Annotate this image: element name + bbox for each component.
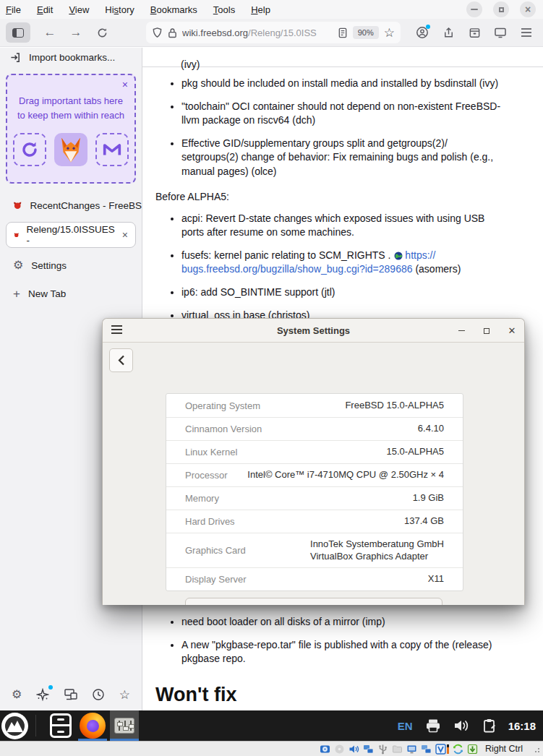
- maximize-button[interactable]: [482, 326, 492, 336]
- menu-button[interactable]: [1, 713, 28, 739]
- gmail-m-icon: [103, 142, 121, 157]
- import-bookmarks-button[interactable]: Import bookmarks...: [0, 48, 142, 67]
- promo-text: Drag important tabs here to keep them wi…: [7, 94, 134, 123]
- forward-button[interactable]: →: [65, 22, 87, 43]
- sidebar-tab-recentchanges[interactable]: RecentChanges - FreeBS: [0, 194, 142, 216]
- virtualbox-status-bar: Right Ctrl: [0, 741, 543, 756]
- notification-dot: [426, 25, 430, 29]
- sidebar-footer: ⚙ ☆: [0, 684, 142, 705]
- drag-tabs-promo-card: × Drag important tabs here to keep them …: [6, 74, 136, 184]
- usb-icon[interactable]: [377, 743, 389, 755]
- minimize-button[interactable]: [466, 1, 482, 17]
- lock-icon[interactable]: [168, 27, 177, 38]
- issues-list-top: pkg should be included on install media …: [142, 77, 543, 179]
- minimize-button[interactable]: [456, 326, 466, 336]
- optical-disc-icon[interactable]: [334, 743, 346, 755]
- sidebar-item-new-tab[interactable]: + New Tab: [0, 283, 142, 304]
- printer-icon: [425, 718, 441, 733]
- list-item: "toolchain" OCI container should not dep…: [181, 100, 527, 128]
- upload-info-button[interactable]: Upload system information: [185, 598, 442, 605]
- list-item: acpi: Revert D-state changes which expos…: [181, 212, 527, 240]
- network-icon[interactable]: [363, 743, 375, 755]
- window-controls: ✕: [456, 319, 517, 343]
- menu-icon: [1, 713, 28, 739]
- keyboard-icon[interactable]: [467, 743, 479, 755]
- url-text[interactable]: wiki.freebsd.org/Releng/15.0ISS: [182, 27, 333, 38]
- back-button[interactable]: ←: [39, 22, 61, 43]
- recording-icon[interactable]: [421, 743, 432, 755]
- menu-edit[interactable]: Edit: [37, 4, 53, 15]
- close-button[interactable]: ✕: [507, 326, 517, 336]
- maximize-button[interactable]: [493, 1, 509, 17]
- menu-history[interactable]: History: [105, 4, 134, 15]
- archive-box-icon: [469, 27, 481, 39]
- promo-close-icon[interactable]: ×: [122, 79, 128, 90]
- bookmarks-star-icon[interactable]: ☆: [119, 687, 130, 703]
- clipped-fragment: (ivy): [181, 59, 200, 70]
- table-row: ProcessorIntel© Core™ i7-4710MQ CPU @ 2.…: [166, 463, 463, 486]
- promo-tile-firefox: [54, 133, 87, 166]
- shield-icon[interactable]: [152, 27, 163, 38]
- freebsd-favicon: [14, 230, 19, 240]
- table-row: Graphics CardInnoTek Systemberatung GmbH…: [166, 533, 463, 567]
- system-settings-titlebar[interactable]: System Settings ✕: [103, 319, 524, 343]
- promo-tiles: [7, 133, 134, 166]
- menu-help[interactable]: Help: [251, 4, 270, 15]
- sidebar-icon: [12, 28, 24, 38]
- menu-tools[interactable]: Tools: [213, 4, 235, 15]
- table-row: Memory1.9 GiB: [166, 486, 463, 510]
- resize-grip[interactable]: [531, 744, 540, 753]
- tab-close-icon[interactable]: ×: [122, 229, 128, 241]
- fox-mascot-icon: [57, 134, 85, 165]
- url-bar[interactable]: wiki.freebsd.org/Releng/15.0ISS 90% ☆: [146, 22, 401, 43]
- sidebar-tab-releng-active[interactable]: Releng/15.0ISSUES - ×: [6, 222, 136, 248]
- account-button[interactable]: [411, 22, 433, 43]
- refresh-icon: [20, 140, 39, 159]
- virtualbox-icon[interactable]: [435, 743, 450, 755]
- reload-button[interactable]: [91, 22, 113, 43]
- table-row: Operating SystemFreeBSD 15.0-ALPHA5: [166, 394, 463, 417]
- back-button[interactable]: [109, 348, 133, 372]
- taskbar-firefox[interactable]: [78, 710, 107, 741]
- synced-tabs-button[interactable]: [489, 22, 511, 43]
- menu-view[interactable]: View: [69, 4, 89, 15]
- audio-icon[interactable]: [349, 743, 360, 755]
- sidebar-item-settings[interactable]: ⚙ Settings: [0, 254, 142, 276]
- promo-tile-gmail: [95, 133, 129, 166]
- shared-folder-icon[interactable]: [392, 743, 403, 755]
- extensions-button[interactable]: [463, 22, 485, 43]
- close-button[interactable]: ×: [520, 1, 536, 17]
- window-menu-button[interactable]: [111, 325, 122, 334]
- ai-sparkle-button[interactable]: [36, 688, 49, 701]
- menu-file[interactable]: File: [6, 4, 21, 15]
- mouse-integration-icon[interactable]: [453, 743, 464, 755]
- zoom-level[interactable]: 90%: [353, 26, 379, 39]
- display-icon[interactable]: [406, 743, 418, 755]
- clipboard-applet[interactable]: [482, 718, 496, 733]
- print-applet[interactable]: [425, 718, 441, 733]
- volume-applet[interactable]: [453, 718, 470, 733]
- new-tab-label: New Tab: [28, 288, 66, 299]
- import-bookmarks-label: Import bookmarks...: [29, 52, 115, 63]
- reader-mode-icon[interactable]: [338, 27, 348, 38]
- bookmark-star-icon[interactable]: ☆: [384, 25, 395, 40]
- sparkle-icon: [36, 688, 49, 701]
- clock[interactable]: 16:18: [508, 720, 536, 732]
- sidebar-toggle-button[interactable]: [6, 22, 30, 43]
- settings-gear-icon[interactable]: ⚙: [12, 689, 22, 700]
- app-menu-button[interactable]: [516, 22, 537, 43]
- external-link-globe-icon: [394, 252, 403, 260]
- history-button[interactable]: [92, 688, 105, 701]
- synced-devices-button[interactable]: [64, 688, 78, 701]
- share-button[interactable]: [437, 22, 459, 43]
- list-item: Effective GID/supplementary groups split…: [181, 137, 527, 179]
- harddisk-icon[interactable]: [320, 743, 331, 755]
- import-icon: [10, 52, 21, 63]
- taskbar-system-settings[interactable]: [110, 710, 139, 741]
- firefox-menubar: File Edit View History Bookmarks Tools H…: [0, 0, 543, 19]
- devices-icon: [64, 688, 78, 701]
- keyboard-layout-indicator[interactable]: EN: [398, 720, 413, 732]
- navbar-actions: [411, 22, 537, 43]
- taskbar-file-manager[interactable]: [46, 710, 75, 741]
- menu-bookmarks[interactable]: Bookmarks: [150, 4, 197, 15]
